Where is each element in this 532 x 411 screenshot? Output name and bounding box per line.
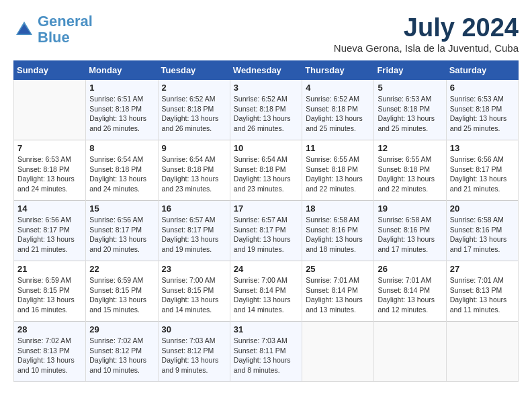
calendar-cell: 29Sunrise: 7:02 AMSunset: 8:12 PMDayligh… [86, 322, 158, 382]
day-number: 28 [17, 324, 82, 334]
day-info: Sunrise: 7:01 AMSunset: 8:14 PMDaylight:… [378, 275, 442, 315]
weekday-header-wednesday: Wednesday [230, 61, 302, 80]
day-info: Sunrise: 6:52 AMSunset: 8:18 PMDaylight:… [162, 94, 226, 134]
day-info: Sunrise: 7:02 AMSunset: 8:12 PMDaylight:… [89, 336, 154, 375]
day-info: Sunrise: 6:54 AMSunset: 8:18 PMDaylight:… [162, 154, 226, 194]
day-info: Sunrise: 6:51 AMSunset: 8:18 PMDaylight:… [89, 94, 154, 134]
day-number: 15 [89, 203, 154, 214]
week-row-5: 28Sunrise: 7:02 AMSunset: 8:13 PMDayligh… [14, 322, 519, 382]
calendar-cell: 21Sunrise: 6:59 AMSunset: 8:15 PMDayligh… [14, 261, 86, 322]
day-number: 1 [89, 83, 154, 93]
calendar-cell: 8Sunrise: 6:54 AMSunset: 8:18 PMDaylight… [86, 140, 158, 201]
calendar-cell: 18Sunrise: 6:58 AMSunset: 8:16 PMDayligh… [302, 201, 374, 261]
location: Nueva Gerona, Isla de la Juventud, Cuba [334, 42, 519, 54]
weekday-header-friday: Friday [374, 61, 446, 80]
day-info: Sunrise: 6:56 AMSunset: 8:17 PMDaylight:… [17, 215, 82, 255]
calendar-cell: 25Sunrise: 7:01 AMSunset: 8:14 PMDayligh… [302, 261, 374, 322]
day-info: Sunrise: 6:56 AMSunset: 8:17 PMDaylight:… [450, 154, 515, 194]
day-info: Sunrise: 6:54 AMSunset: 8:18 PMDaylight:… [234, 154, 298, 194]
day-number: 27 [450, 264, 515, 274]
calendar-cell: 11Sunrise: 6:55 AMSunset: 8:18 PMDayligh… [302, 140, 374, 201]
day-number: 5 [378, 83, 442, 93]
day-number: 22 [89, 264, 154, 274]
day-number: 6 [450, 83, 515, 93]
month-year: July 2024 [334, 13, 519, 42]
day-number: 14 [17, 203, 82, 214]
calendar-cell: 14Sunrise: 6:56 AMSunset: 8:17 PMDayligh… [14, 201, 86, 261]
day-info: Sunrise: 6:56 AMSunset: 8:17 PMDaylight:… [89, 215, 154, 255]
calendar-cell: 17Sunrise: 6:57 AMSunset: 8:17 PMDayligh… [230, 201, 302, 261]
day-info: Sunrise: 6:52 AMSunset: 8:18 PMDaylight:… [306, 94, 370, 134]
day-number: 7 [17, 143, 82, 153]
calendar-cell [374, 322, 446, 382]
day-info: Sunrise: 6:57 AMSunset: 8:17 PMDaylight:… [162, 215, 226, 255]
day-info: Sunrise: 7:01 AMSunset: 8:13 PMDaylight:… [450, 275, 515, 315]
calendar-cell: 5Sunrise: 6:53 AMSunset: 8:18 PMDaylight… [374, 80, 446, 140]
day-number: 31 [234, 324, 298, 334]
weekday-header-saturday: Saturday [446, 61, 518, 80]
day-number: 12 [378, 143, 442, 153]
calendar-cell: 7Sunrise: 6:53 AMSunset: 8:18 PMDaylight… [14, 140, 86, 201]
calendar-cell [446, 322, 518, 382]
day-info: Sunrise: 6:53 AMSunset: 8:18 PMDaylight:… [17, 154, 82, 194]
day-info: Sunrise: 6:52 AMSunset: 8:18 PMDaylight:… [234, 94, 298, 134]
calendar-cell: 9Sunrise: 6:54 AMSunset: 8:18 PMDaylight… [158, 140, 230, 201]
day-number: 24 [234, 264, 298, 274]
calendar-cell: 13Sunrise: 6:56 AMSunset: 8:17 PMDayligh… [446, 140, 518, 201]
day-number: 16 [162, 203, 226, 214]
day-info: Sunrise: 6:53 AMSunset: 8:18 PMDaylight:… [450, 94, 515, 134]
day-info: Sunrise: 6:58 AMSunset: 8:16 PMDaylight:… [450, 215, 515, 255]
weekday-header-sunday: Sunday [14, 61, 86, 80]
week-row-4: 21Sunrise: 6:59 AMSunset: 8:15 PMDayligh… [14, 261, 519, 322]
calendar-cell: 2Sunrise: 6:52 AMSunset: 8:18 PMDaylight… [158, 80, 230, 140]
day-info: Sunrise: 6:53 AMSunset: 8:18 PMDaylight:… [378, 94, 442, 134]
calendar-table: SundayMondayTuesdayWednesdayThursdayFrid… [13, 60, 519, 382]
calendar-cell: 23Sunrise: 7:00 AMSunset: 8:15 PMDayligh… [158, 261, 230, 322]
title-area: July 2024 Nueva Gerona, Isla de la Juven… [334, 13, 519, 54]
calendar-cell: 28Sunrise: 7:02 AMSunset: 8:13 PMDayligh… [14, 322, 86, 382]
calendar-cell: 6Sunrise: 6:53 AMSunset: 8:18 PMDaylight… [446, 80, 518, 140]
weekday-header-monday: Monday [86, 61, 158, 80]
logo-line2: Blue [38, 29, 70, 46]
calendar-cell: 31Sunrise: 7:03 AMSunset: 8:11 PMDayligh… [230, 322, 302, 382]
day-info: Sunrise: 6:57 AMSunset: 8:17 PMDaylight:… [234, 215, 298, 255]
day-number: 2 [162, 83, 226, 93]
calendar-cell: 15Sunrise: 6:56 AMSunset: 8:17 PMDayligh… [86, 201, 158, 261]
day-info: Sunrise: 6:58 AMSunset: 8:16 PMDaylight:… [378, 215, 442, 255]
calendar-cell: 3Sunrise: 6:52 AMSunset: 8:18 PMDaylight… [230, 80, 302, 140]
day-number: 3 [234, 83, 298, 93]
day-number: 10 [234, 143, 298, 153]
day-info: Sunrise: 6:59 AMSunset: 8:15 PMDaylight:… [17, 275, 82, 315]
calendar-cell: 19Sunrise: 6:58 AMSunset: 8:16 PMDayligh… [374, 201, 446, 261]
day-number: 25 [306, 264, 370, 274]
day-number: 9 [162, 143, 226, 153]
day-number: 23 [162, 264, 226, 274]
calendar-cell: 20Sunrise: 6:58 AMSunset: 8:16 PMDayligh… [446, 201, 518, 261]
day-number: 13 [450, 143, 515, 153]
day-number: 26 [378, 264, 442, 274]
day-info: Sunrise: 6:59 AMSunset: 8:15 PMDaylight:… [89, 275, 154, 315]
day-number: 29 [89, 324, 154, 334]
calendar-cell: 27Sunrise: 7:01 AMSunset: 8:13 PMDayligh… [446, 261, 518, 322]
day-info: Sunrise: 7:00 AMSunset: 8:15 PMDaylight:… [162, 275, 226, 315]
day-info: Sunrise: 7:03 AMSunset: 8:11 PMDaylight:… [234, 336, 298, 375]
logo: General Blue [13, 13, 93, 46]
calendar-cell: 26Sunrise: 7:01 AMSunset: 8:14 PMDayligh… [374, 261, 446, 322]
weekday-header-row: SundayMondayTuesdayWednesdayThursdayFrid… [14, 61, 519, 80]
day-info: Sunrise: 7:01 AMSunset: 8:14 PMDaylight:… [306, 275, 370, 315]
calendar-cell: 22Sunrise: 6:59 AMSunset: 8:15 PMDayligh… [86, 261, 158, 322]
day-info: Sunrise: 7:03 AMSunset: 8:12 PMDaylight:… [162, 336, 226, 375]
day-number: 20 [450, 203, 515, 214]
week-row-3: 14Sunrise: 6:56 AMSunset: 8:17 PMDayligh… [14, 201, 519, 261]
day-number: 18 [306, 203, 370, 214]
header: General Blue July 2024 Nueva Gerona, Isl… [13, 13, 519, 54]
calendar-cell: 16Sunrise: 6:57 AMSunset: 8:17 PMDayligh… [158, 201, 230, 261]
calendar-cell: 30Sunrise: 7:03 AMSunset: 8:12 PMDayligh… [158, 322, 230, 382]
day-info: Sunrise: 7:00 AMSunset: 8:14 PMDaylight:… [234, 275, 298, 315]
day-number: 17 [234, 203, 298, 214]
day-number: 8 [89, 143, 154, 153]
day-info: Sunrise: 6:54 AMSunset: 8:18 PMDaylight:… [89, 154, 154, 194]
logo-text: General Blue [38, 13, 93, 46]
weekday-header-thursday: Thursday [302, 61, 374, 80]
week-row-2: 7Sunrise: 6:53 AMSunset: 8:18 PMDaylight… [14, 140, 519, 201]
